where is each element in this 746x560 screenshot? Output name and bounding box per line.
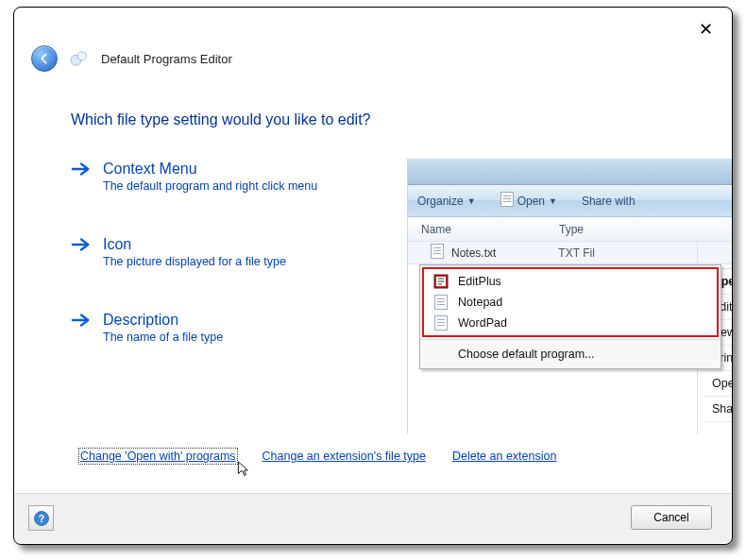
page-title: Default Programs Editor: [101, 52, 232, 66]
bottom-links: Change 'Open with' programs Change an ex…: [80, 450, 556, 463]
program-icon: [433, 315, 449, 331]
back-button[interactable]: [31, 45, 58, 72]
arrow-right-icon: [71, 236, 92, 256]
preview-column-headers: Name Type: [408, 217, 732, 242]
open-with-menu: EditPlus Notepad WordPad Choose default …: [419, 264, 721, 369]
toolbar-label: Share with: [582, 195, 636, 208]
help-icon: ?: [33, 510, 50, 527]
svg-point-1: [77, 52, 86, 60]
arrow-left-icon: [38, 52, 51, 65]
toolbar-open[interactable]: Open ▼: [500, 192, 557, 210]
option-desc: The default program and right click menu: [103, 179, 317, 193]
openwith-label: Notepad: [458, 296, 502, 309]
openwith-label: WordPad: [458, 316, 507, 330]
option-desc: The picture displayed for a file type: [103, 255, 286, 268]
link-change-open-with[interactable]: Change 'Open with' programs: [80, 450, 236, 463]
openwith-choose-default[interactable]: Choose default program...: [420, 339, 721, 368]
toolbar-organize[interactable]: Organize ▼: [417, 195, 476, 208]
action-sharewith[interactable]: Share with: [703, 397, 732, 422]
page-icon: [431, 244, 444, 262]
file-type: TXT Fil: [558, 246, 594, 260]
preview-titlebar: « Documents ▸ My Files: [408, 159, 732, 185]
arrow-right-icon: [71, 161, 92, 180]
openwith-item-notepad[interactable]: Notepad: [424, 292, 717, 313]
svg-text:?: ?: [38, 512, 43, 523]
toolbar-label: Open: [517, 195, 545, 208]
app-icon: [67, 46, 92, 71]
chevron-down-icon: ▼: [467, 196, 476, 206]
program-icon: [433, 274, 449, 289]
option-label: Context Menu: [103, 161, 317, 178]
option-label: Icon: [103, 236, 286, 253]
program-icon: [433, 295, 449, 310]
link-change-extension[interactable]: Change an extension's file type: [263, 450, 426, 463]
link-delete-extension[interactable]: Delete an extension: [452, 450, 557, 463]
option-desc: The name of a file type: [103, 331, 223, 344]
arrow-right-icon: [71, 312, 92, 331]
openwith-item-editplus[interactable]: EditPlus: [424, 271, 717, 292]
option-label: Description: [103, 312, 223, 329]
open-with-highlight: EditPlus Notepad WordPad: [422, 267, 719, 337]
action-openwith[interactable]: Open with: [703, 371, 732, 397]
column-type[interactable]: Type: [555, 223, 584, 236]
openwith-label: EditPlus: [458, 275, 501, 288]
cancel-button[interactable]: Cancel: [631, 505, 712, 530]
page-icon: [500, 192, 514, 210]
openwith-item-wordpad[interactable]: WordPad: [424, 313, 717, 333]
toolbar-label: Organize: [417, 195, 464, 208]
file-name: Notes.txt: [451, 246, 496, 260]
help-button[interactable]: ?: [28, 505, 54, 531]
column-name[interactable]: Name: [408, 223, 555, 236]
header-bar: Default Programs Editor: [31, 45, 232, 72]
toolbar-share[interactable]: Share with: [582, 195, 636, 208]
dialog-window: ✕ Default Programs Editor Which file typ…: [13, 7, 733, 545]
chevron-down-icon: ▼: [549, 196, 557, 206]
cursor-pointer-icon: [233, 460, 250, 484]
footer: ? Cancel: [15, 493, 731, 543]
close-icon[interactable]: ✕: [699, 21, 713, 38]
heading: Which file type setting would you like t…: [71, 111, 713, 128]
file-row[interactable]: Notes.txt TXT Fil: [408, 242, 732, 264]
preview-toolbar: Organize ▼ Open ▼ Share with: [408, 185, 732, 217]
preview-pane: « Documents ▸ My Files Organize ▼ Open ▼…: [407, 159, 732, 434]
